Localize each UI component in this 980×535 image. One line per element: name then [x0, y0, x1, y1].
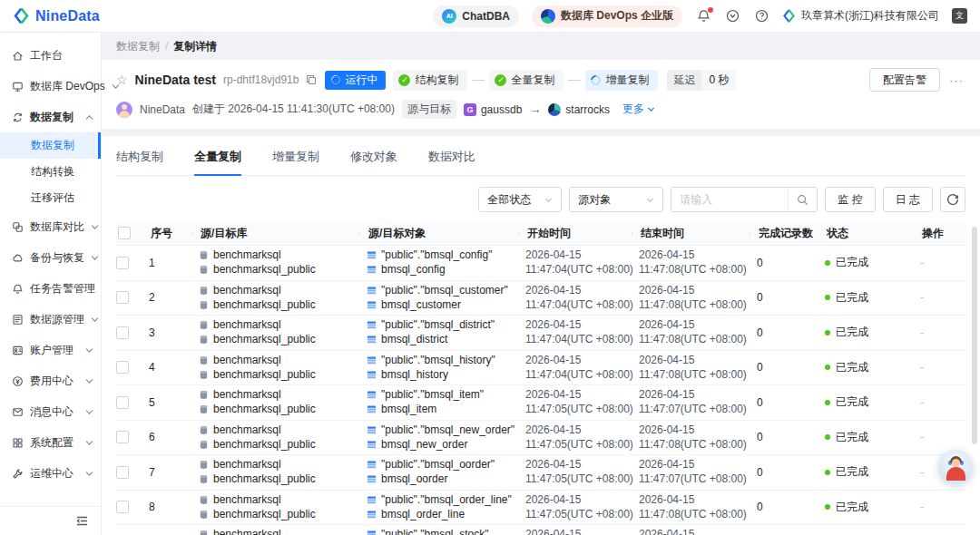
row-index: 1 [149, 257, 199, 269]
sidebar-item-system-config[interactable]: 系统配置 [0, 427, 101, 458]
version-icon[interactable] [724, 8, 740, 24]
more-actions-icon[interactable]: ··· [947, 73, 965, 87]
col-start-time: 2026-04-1511:47:04(UTC +08:00) [525, 284, 639, 312]
target-db: benchmarksql_public [213, 472, 316, 486]
message-icon [12, 406, 24, 418]
row-checkbox[interactable] [116, 361, 129, 374]
row-checkbox[interactable] [116, 396, 129, 409]
tab-incremental-copy[interactable]: 增量复制 [272, 149, 319, 175]
table-row[interactable]: 8benchmarksqlbenchmarksql_public"public"… [116, 491, 965, 526]
sidebar-item-workbench[interactable]: 工作台 [0, 40, 101, 71]
status-dot-icon [825, 434, 830, 440]
column-header: 结束时间 [639, 226, 757, 241]
col-records-count: 0 [757, 326, 825, 339]
select-all-checkbox[interactable] [118, 227, 131, 239]
search-icon[interactable] [788, 188, 817, 211]
sidebar-item-task-alert[interactable]: 任务告警管理 [0, 273, 101, 304]
sidebar-item-data-replication[interactable]: 数据复制 [0, 102, 101, 132]
db-icon [199, 390, 209, 400]
tab-modify-objects[interactable]: 修改对象 [350, 149, 397, 175]
object-filter-select[interactable]: 源对象 [569, 187, 663, 212]
table-row[interactable]: 6benchmarksqlbenchmarksql_public"public"… [116, 421, 965, 456]
gaussdb-icon: G [464, 103, 476, 116]
help-icon[interactable] [753, 8, 769, 24]
col-action: - [920, 257, 965, 269]
delay-indicator: 延迟 0 秒 [667, 70, 736, 91]
company-menu[interactable]: 玖章算术(浙江)科技有限公司 [782, 8, 939, 24]
sidebar-item-account[interactable]: 账户管理 [0, 335, 101, 365]
monitor-icon [12, 81, 24, 92]
table-row[interactable]: 9benchmarksqlbenchmarksql_public"public"… [116, 525, 965, 535]
col-status: 已完成 [825, 325, 920, 340]
more-link[interactable]: 更多 [622, 102, 655, 117]
status-filter-select[interactable]: 全部状态 [478, 187, 562, 212]
table-row[interactable]: 7benchmarksqlbenchmarksql_public"public"… [116, 455, 965, 491]
monitor-button[interactable]: 监 控 [825, 187, 875, 212]
chatdba-button[interactable]: AI ChatDBA [433, 5, 519, 27]
target-object: bmsql_new_order [381, 438, 467, 452]
task-name: NineData test [135, 73, 216, 87]
sidebar-subitem-data-replication-sub[interactable]: 数据复制 [0, 132, 101, 159]
col-action: - [920, 291, 965, 304]
search-input[interactable] [671, 188, 788, 211]
grid-icon [12, 437, 24, 449]
tab-structure-copy[interactable]: 结构复制 [116, 149, 163, 175]
row-checkbox[interactable] [116, 501, 129, 513]
edition-switcher[interactable]: 数据库 DevOps 企业版 [532, 5, 682, 27]
table-row[interactable]: 2benchmarksqlbenchmarksql_public"public"… [116, 281, 965, 316]
ninedata-logo[interactable]: NineData [13, 7, 100, 24]
language-icon[interactable]: 文 [952, 8, 967, 24]
chevron-down-icon [91, 223, 99, 231]
sidebar-item-db-compare[interactable]: 数据库对比 [0, 211, 101, 242]
sidebar-subitem-structure-transform[interactable]: 结构转换 [0, 159, 101, 185]
row-checkbox[interactable] [116, 257, 129, 269]
table-row[interactable]: 3benchmarksqlbenchmarksql_public"public"… [116, 316, 965, 351]
table-row[interactable]: 1benchmarksqlbenchmarksql_public"public"… [116, 246, 965, 281]
row-index: 5 [149, 396, 199, 409]
chevron-down-icon [544, 196, 553, 204]
sidebar-item-billing[interactable]: 费用中心 [0, 365, 101, 396]
breadcrumb: 数据复制 / 复制详情 [102, 33, 980, 60]
log-button[interactable]: 日 志 [883, 187, 933, 212]
db-icon [199, 404, 209, 414]
table-icon [367, 425, 377, 435]
scrollbar-thumb[interactable] [972, 227, 977, 444]
bell-icon[interactable] [695, 8, 711, 24]
search-box [671, 187, 818, 212]
source-db: benchmarksql [213, 528, 281, 535]
row-checkbox[interactable] [116, 431, 129, 443]
sidebar-subitem-migration-assess[interactable]: 迁移评估 [0, 185, 101, 211]
collapse-sidebar-icon[interactable] [75, 514, 90, 529]
col-source-target-object: "public"."bmsql_history"bmsql_history [367, 354, 525, 382]
row-checkbox[interactable] [116, 326, 129, 339]
table-row[interactable]: 5benchmarksqlbenchmarksql_public"public"… [116, 385, 965, 421]
row-checkbox[interactable] [116, 466, 129, 479]
db-icon [199, 495, 209, 505]
sidebar-item-label: 消息中心 [30, 404, 79, 420]
chatdba-ai-icon: AI [442, 9, 456, 24]
status-dot-icon [825, 260, 830, 266]
ninedata-logo-icon [13, 7, 30, 24]
status-dot-icon [825, 470, 830, 475]
status-text: 已完成 [836, 290, 868, 306]
tab-data-compare[interactable]: 数据对比 [428, 149, 475, 175]
row-checkbox[interactable] [116, 291, 129, 304]
copy-icon[interactable] [306, 74, 318, 86]
compare-icon [12, 221, 24, 233]
tab-full-copy[interactable]: 全量复制 [194, 149, 241, 175]
table-row[interactable]: 4benchmarksqlbenchmarksql_public"public"… [116, 351, 965, 386]
sidebar-item-database-devops[interactable]: 数据库 DevOps [0, 71, 101, 102]
configure-alert-button[interactable]: 配置告警 [869, 68, 940, 92]
sidebar-item-message[interactable]: 消息中心 [0, 396, 101, 427]
target-db: benchmarksql_public [213, 368, 316, 382]
breadcrumb-parent[interactable]: 数据复制 [116, 39, 160, 54]
sidebar-item-datasource[interactable]: 数据源管理 [0, 304, 101, 335]
breadcrumb-separator: / [165, 40, 168, 53]
sidebar-item-backup-restore[interactable]: 备份与恢复 [0, 242, 101, 273]
col-source-target-object: "public"."bmsql_order_line"bmsql_order_l… [367, 493, 525, 521]
refresh-icon[interactable] [940, 187, 965, 212]
col-end-time: 2026-04-1511:47:08(UTC +08:00) [639, 284, 757, 312]
customer-support-avatar[interactable] [938, 450, 973, 484]
source-db: benchmarksql [213, 318, 281, 332]
sidebar-item-ops-center[interactable]: 运维中心 [0, 458, 101, 489]
